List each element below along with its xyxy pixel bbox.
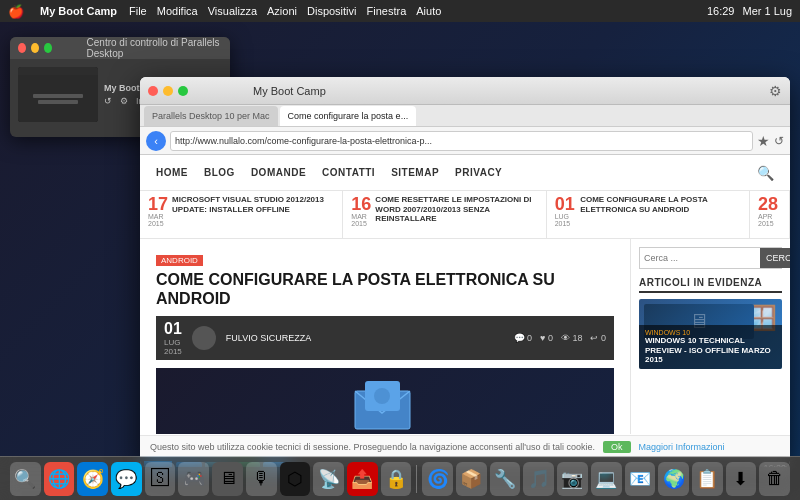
- author-avatar: [192, 326, 216, 350]
- nav-domande[interactable]: DOMANDE: [251, 167, 306, 178]
- parallels-refresh-icon[interactable]: ↺: [104, 96, 112, 106]
- cookie-ok-button[interactable]: Ok: [603, 441, 631, 453]
- view-count: 👁 18: [561, 333, 583, 343]
- dock-icon-5[interactable]: ⬡: [280, 462, 311, 496]
- menubar-right: 16:29 Mer 1 Lug: [707, 5, 792, 17]
- menubar-date: Mer 1 Lug: [742, 5, 792, 17]
- bookmark-icon[interactable]: ★: [757, 133, 770, 149]
- article-date-month: LUG 2015: [164, 338, 182, 356]
- browser-toolbar: ‹ http://www.nullalo.com/come-configurar…: [140, 127, 790, 155]
- dock-icon-safari[interactable]: 🧭: [77, 462, 108, 496]
- site-nav: HOME BLOG DOMANDE CONTATTI SITEMAP PRIVA…: [140, 155, 790, 191]
- dock-icon-4[interactable]: 🎙: [246, 462, 277, 496]
- dock-icon-2[interactable]: 🎮: [178, 462, 209, 496]
- article-title: COME CONFIGURARE LA POSTA ELETTRONICA SU…: [156, 270, 614, 308]
- nav-search-icon[interactable]: 🔍: [757, 165, 774, 181]
- dock-icon-3[interactable]: 🖥: [212, 462, 243, 496]
- browser-tabs: Parallels Desktop 10 per Mac Come config…: [140, 105, 790, 127]
- menu-azioni[interactable]: Azioni: [267, 5, 297, 17]
- news-item-2[interactable]: 16 MAR 2015 COME RESETTARE LE IMPOSTAZIO…: [343, 191, 546, 238]
- menu-modifica[interactable]: Modifica: [157, 5, 198, 17]
- search-button[interactable]: CERCA: [760, 248, 790, 268]
- dock-icon-6[interactable]: 📡: [313, 462, 344, 496]
- apple-menu[interactable]: 🍎: [8, 4, 24, 19]
- browser-titlebar: My Boot Camp ⚙: [140, 77, 790, 105]
- menubar-app-name[interactable]: My Boot Camp: [40, 5, 117, 17]
- dock-icon-16[interactable]: 📋: [692, 462, 723, 496]
- article-author: FULVIO SICUREZZA: [226, 333, 311, 343]
- parallels-titlebar: Centro di controllo di Parallels Desktop: [10, 37, 230, 59]
- news-item-3[interactable]: 01 LUG 2015 COME CONFIGURARE LA POSTA EL…: [547, 191, 750, 238]
- dock-icon-17[interactable]: ⬇: [726, 462, 757, 496]
- back-button[interactable]: ‹: [146, 131, 166, 151]
- dock-divider: [416, 465, 417, 493]
- article-tag: ANDROID: [156, 255, 203, 266]
- parallels-settings-icon[interactable]: ⚙: [120, 96, 128, 106]
- browser-settings-icon[interactable]: ⚙: [769, 83, 782, 99]
- minimize-button[interactable]: [31, 43, 39, 53]
- nav-blog[interactable]: BLOG: [204, 167, 235, 178]
- menu-visualizza[interactable]: Visualizza: [208, 5, 257, 17]
- menu-aiuto[interactable]: Aiuto: [416, 5, 441, 17]
- dock-icon-filezilla[interactable]: 📤: [347, 462, 378, 496]
- news-item-1[interactable]: 17 MAR 2015 MICROSOFT VISUAL STUDIO 2012…: [140, 191, 343, 238]
- dock-icon-9[interactable]: 📦: [456, 462, 487, 496]
- dock-icon-trash[interactable]: 🗑: [759, 462, 790, 496]
- url-bar[interactable]: http://www.nullalo.com/come-configurare-…: [170, 131, 753, 151]
- svg-point-3: [374, 388, 390, 404]
- bootcamp-window: My Boot Camp ⚙ Parallels Desktop 10 per …: [140, 77, 790, 467]
- dock-icon-15[interactable]: 🌍: [658, 462, 689, 496]
- cookie-text: Questo sito web utilizza cookie tecnici …: [150, 442, 595, 452]
- like-count: ♥ 0: [540, 333, 553, 343]
- dock-icon-8[interactable]: 🌀: [422, 462, 453, 496]
- dock-icon-chrome[interactable]: 🌐: [44, 462, 75, 496]
- reload-icon[interactable]: ↺: [774, 134, 784, 148]
- main-content: ANDROID COME CONFIGURARE LA POSTA ELETTR…: [140, 239, 790, 434]
- dock-icon-13[interactable]: 💻: [591, 462, 622, 496]
- dock-icon-10[interactable]: 🔧: [490, 462, 521, 496]
- mac-menubar: 🍎 My Boot Camp File Modifica Visualizza …: [0, 0, 800, 22]
- menu-file[interactable]: File: [129, 5, 147, 17]
- menubar-menus: File Modifica Visualizza Azioni Disposit…: [129, 5, 441, 17]
- dock-icon-12[interactable]: 📷: [557, 462, 588, 496]
- nav-home[interactable]: HOME: [156, 167, 188, 178]
- mac-dock: 🔍 🌐 🧭 💬 🅂 🎮 🖥 🎙 ⬡ 📡 📤 🔒 🌀 📦 🔧 🎵 📷 💻 📧 🌍 …: [0, 456, 800, 500]
- dock-icon-skype[interactable]: 💬: [111, 462, 142, 496]
- sidebar-heading: ARTICOLI IN EVIDENZA: [639, 277, 782, 293]
- search-box[interactable]: CERCA: [639, 247, 782, 269]
- dock-icon-7[interactable]: 🔒: [381, 462, 412, 496]
- dock-icon-1[interactable]: 🅂: [145, 462, 176, 496]
- tab-active[interactable]: Come configurare la posta e...: [280, 106, 417, 126]
- nav-contatti[interactable]: CONTATTI: [322, 167, 375, 178]
- search-input[interactable]: [640, 248, 760, 268]
- featured-card[interactable]: 🪟 🖥 WINDOWS 10 WINDOWS 10 TECHNICAL PREV…: [639, 299, 782, 369]
- article-stats: 💬 0 ♥ 0 👁 18 ↩ 0: [514, 333, 606, 343]
- maximize-button[interactable]: [44, 43, 52, 53]
- article-date-num: 01: [164, 320, 182, 338]
- menu-finestra[interactable]: Finestra: [367, 5, 407, 17]
- dock-icon-14[interactable]: 📧: [625, 462, 656, 496]
- nav-privacy[interactable]: PRIVACY: [455, 167, 502, 178]
- share-count: ↩ 0: [590, 333, 606, 343]
- email-illustration: [350, 381, 420, 434]
- comment-count: 💬 0: [514, 333, 533, 343]
- sidebar: CERCA ARTICOLI IN EVIDENZA 🪟 🖥 WINDOWS 1…: [630, 239, 790, 434]
- dock-icon-finder[interactable]: 🔍: [10, 462, 41, 496]
- website-content: HOME BLOG DOMANDE CONTATTI SITEMAP PRIVA…: [140, 155, 790, 435]
- desktop: Centro di controllo di Parallels Desktop…: [0, 22, 800, 456]
- nav-sitemap[interactable]: SITEMAP: [391, 167, 439, 178]
- news-item-4[interactable]: 28 APR 2015: [750, 191, 790, 238]
- article-area: ANDROID COME CONFIGURARE LA POSTA ELETTR…: [140, 239, 630, 434]
- parallels-thumbnail[interactable]: [18, 67, 98, 122]
- browser-close-button[interactable]: [148, 86, 158, 96]
- menu-dispositivi[interactable]: Dispositivi: [307, 5, 357, 17]
- dock-icon-11[interactable]: 🎵: [523, 462, 554, 496]
- browser-minimize-button[interactable]: [163, 86, 173, 96]
- close-button[interactable]: [18, 43, 26, 53]
- browser-maximize-button[interactable]: [178, 86, 188, 96]
- featured-overlay: WINDOWS 10 WINDOWS 10 TECHNICAL PREVIEW …: [639, 325, 782, 369]
- cookie-more-link[interactable]: Maggiori Informazioni: [639, 442, 725, 452]
- featured-title: WINDOWS 10 TECHNICAL PREVIEW - ISO OFFLI…: [645, 336, 776, 365]
- browser-title: My Boot Camp: [253, 85, 326, 97]
- tab-parallels[interactable]: Parallels Desktop 10 per Mac: [144, 106, 278, 126]
